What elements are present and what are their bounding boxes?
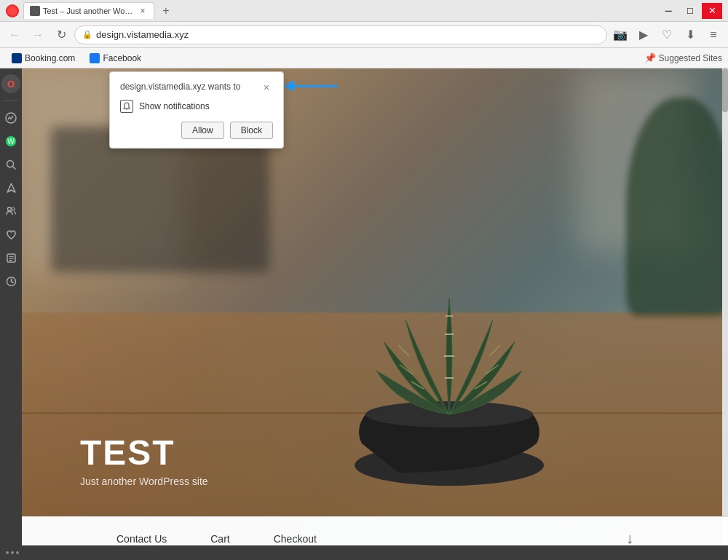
scrollbar-thumb[interactable] bbox=[722, 68, 728, 112]
browser-right-icons: 📷 ▶ ♡ ⬇ ≡ bbox=[610, 25, 724, 45]
camera-icon[interactable]: 📷 bbox=[610, 25, 630, 45]
opera-logo bbox=[6, 4, 19, 17]
site-title-overlay: TEST Just another WordPress site bbox=[80, 433, 208, 487]
site-title: TEST bbox=[80, 433, 208, 473]
active-tab[interactable]: Test – Just another WordPr... × bbox=[23, 2, 154, 19]
sidebar-people-icon[interactable] bbox=[1, 202, 20, 221]
allow-button[interactable]: Allow bbox=[181, 122, 224, 139]
svg-line-23 bbox=[398, 345, 409, 356]
new-tab-button[interactable]: + bbox=[157, 2, 175, 20]
url-text: design.vistamedia.xyz bbox=[96, 29, 599, 40]
footer-scroll-arrow[interactable]: ↓ bbox=[626, 530, 633, 547]
svg-line-4 bbox=[12, 166, 15, 169]
plant-container bbox=[325, 196, 573, 502]
back-button[interactable]: ← bbox=[4, 25, 25, 45]
dot-2 bbox=[11, 551, 14, 554]
booking-favicon bbox=[12, 53, 22, 63]
lock-icon: 🔒 bbox=[82, 30, 92, 39]
dot-3 bbox=[16, 551, 19, 554]
block-button[interactable]: Block bbox=[230, 122, 273, 139]
minimize-button[interactable]: ─ bbox=[658, 3, 678, 19]
scrollbar[interactable] bbox=[722, 68, 728, 560]
sidebar-search-icon[interactable] bbox=[1, 155, 20, 174]
arrow-head bbox=[284, 80, 294, 92]
dot-1 bbox=[6, 551, 9, 554]
notification-popup: design.vistamedia.xyz wants to × Show no… bbox=[109, 71, 284, 149]
bookmarks-bar: Booking.com Facebook 📌 Suggested Sites bbox=[0, 48, 728, 68]
svg-marker-5 bbox=[7, 184, 15, 192]
left-sidebar: O W bbox=[0, 68, 22, 560]
site-subtitle: Just another WordPress site bbox=[80, 476, 208, 487]
svg-line-26 bbox=[489, 345, 500, 356]
bookmark-booking[interactable]: Booking.com bbox=[6, 52, 81, 65]
svg-point-7 bbox=[12, 208, 15, 210]
address-bar-row: ← → ↻ 🔒 design.vistamedia.xyz 📷 ▶ ♡ ⬇ ≡ bbox=[0, 22, 728, 48]
download-icon[interactable]: ⬇ bbox=[680, 25, 700, 45]
svg-point-6 bbox=[8, 208, 12, 211]
bookmark-facebook-label: Facebook bbox=[103, 53, 141, 63]
bottom-status-bar bbox=[0, 545, 728, 560]
bottom-dots bbox=[6, 551, 19, 554]
tab-close-button[interactable]: × bbox=[138, 6, 148, 16]
footer-link-checkout[interactable]: Checkout bbox=[274, 533, 317, 545]
bg-furniture bbox=[51, 127, 269, 272]
forward-button[interactable]: → bbox=[28, 25, 48, 45]
popup-domain-text: design.vistamedia.xyz wants to bbox=[120, 81, 240, 93]
close-window-button[interactable]: ✕ bbox=[702, 3, 722, 19]
refresh-button[interactable]: ↻ bbox=[51, 25, 71, 45]
tab-label: Test – Just another WordPr... bbox=[43, 7, 135, 15]
sidebar-news-icon[interactable] bbox=[1, 248, 20, 267]
tab-favicon bbox=[30, 6, 40, 16]
heart-icon[interactable]: ♡ bbox=[657, 25, 677, 45]
popup-close-button[interactable]: × bbox=[260, 81, 273, 94]
browser-window: Test – Just another WordPr... × + ─ □ ✕ … bbox=[0, 0, 728, 560]
suggested-sites-label: Suggested Sites bbox=[659, 53, 722, 63]
notification-bell-icon bbox=[120, 100, 133, 113]
footer-link-cart[interactable]: Cart bbox=[210, 533, 229, 545]
sidebar-whatsapp-icon[interactable]: W bbox=[1, 132, 20, 151]
bookmark-booking-label: Booking.com bbox=[25, 53, 75, 63]
bookmark-facebook[interactable]: Facebook bbox=[84, 52, 147, 65]
facebook-favicon bbox=[90, 53, 100, 63]
menu-icon[interactable]: ≡ bbox=[703, 25, 724, 45]
popup-header: design.vistamedia.xyz wants to × bbox=[120, 81, 273, 94]
sidebar-heart-icon[interactable] bbox=[1, 225, 20, 244]
notification-label-text: Show notifications bbox=[139, 101, 210, 111]
popup-buttons: Allow Block bbox=[120, 122, 273, 139]
bg-plant-right bbox=[626, 98, 728, 316]
title-bar: Test – Just another WordPr... × + ─ □ ✕ bbox=[0, 0, 728, 22]
svg-line-14 bbox=[11, 281, 13, 283]
sidebar-navigate-icon[interactable] bbox=[1, 178, 20, 197]
address-bar[interactable]: 🔒 design.vistamedia.xyz bbox=[74, 25, 607, 44]
play-icon[interactable]: ▶ bbox=[633, 25, 654, 45]
window-controls: ─ □ ✕ bbox=[658, 3, 722, 19]
browser-content: TEST Just another WordPress site Contact… bbox=[22, 68, 728, 560]
svg-text:W: W bbox=[7, 138, 15, 146]
popup-notification-row: Show notifications bbox=[120, 100, 273, 113]
arrow-indicator bbox=[284, 80, 338, 92]
sidebar-clock-icon[interactable] bbox=[1, 272, 20, 291]
sidebar-messenger-icon[interactable] bbox=[1, 109, 20, 127]
suggested-sites[interactable]: 📌 Suggested Sites bbox=[644, 52, 722, 63]
footer-link-contact[interactable]: Contact Us bbox=[116, 533, 167, 545]
maximize-button[interactable]: □ bbox=[680, 3, 700, 19]
sidebar-opera-icon[interactable]: O bbox=[1, 74, 20, 93]
arrow-line bbox=[294, 85, 338, 87]
tab-bar: Test – Just another WordPr... × + bbox=[23, 2, 658, 20]
